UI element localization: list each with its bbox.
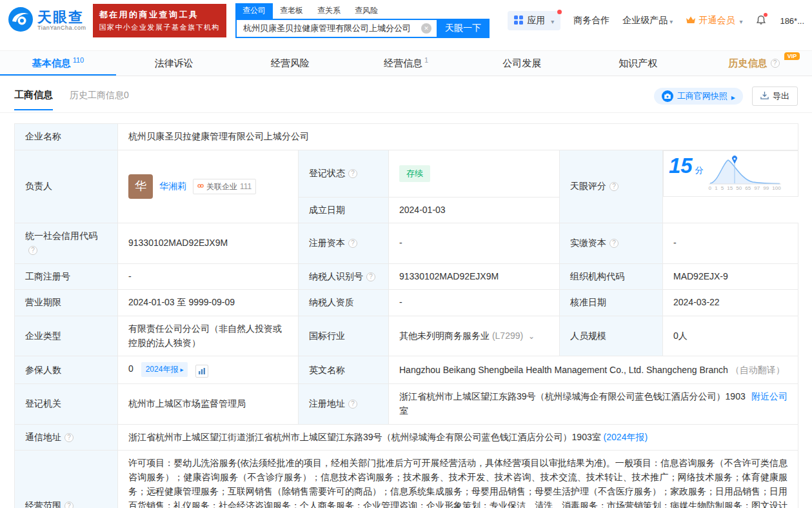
annual-report-link[interactable]: (2024年报) (604, 432, 648, 442)
nav-open-membership[interactable]: 开通会员 (686, 15, 742, 26)
nav-business-coop[interactable]: 商务合作 (573, 15, 609, 26)
reg-capital-label: 注册资本 (299, 223, 389, 263)
chart-icon[interactable] (195, 365, 208, 378)
help-icon[interactable] (366, 272, 375, 281)
mail-address-label: 通信地址 (15, 424, 118, 451)
avatar[interactable]: 华 (128, 174, 153, 199)
search-tab-boss[interactable]: 查老板 (273, 3, 310, 19)
tab-history-label: 历史信息 (729, 57, 767, 70)
staff-size-value: 0人 (663, 316, 798, 356)
tab-operating-count: 1 (424, 56, 428, 64)
notification-dot (557, 10, 562, 14)
status-badge: 存续 (399, 165, 430, 182)
export-label: 导出 (773, 90, 789, 102)
reg-address-value: 附近公司 浙江省杭州市上城区望江东路39号（杭州绿城海企有限公司蓝色钱江酒店分公… (389, 384, 798, 424)
brand-name: 天眼查 (37, 10, 86, 25)
apps-label: 应用 (527, 15, 545, 26)
export-icon (760, 91, 769, 101)
subtab-history-business-info[interactable]: 历史工商信息0 (70, 90, 129, 110)
search-input-wrap (235, 19, 437, 38)
crown-icon (686, 15, 696, 26)
auto-translate-note: （自动翻译） (731, 365, 785, 375)
approval-date-label: 核准日期 (560, 290, 663, 316)
table-row: 通信地址 浙江省杭州市上城区望江街道浙江省杭州市上城区望江东路39号（杭州绿城海… (15, 424, 798, 451)
reg-number-value: - (118, 263, 299, 290)
chevron-down-icon[interactable] (526, 330, 535, 341)
taxpayer-quality-label: 纳税人资质 (299, 290, 389, 316)
legal-rep-link[interactable]: 华湘莉 (159, 179, 186, 194)
brand-logo[interactable]: 天眼查 TianYanCha.com (8, 6, 86, 35)
annual-report-badge[interactable]: 2024年报 (141, 362, 188, 377)
help-icon[interactable] (609, 182, 619, 191)
help-icon[interactable] (28, 246, 37, 255)
table-row: 经营范围 许可项目：婴幼儿洗浴服务(依法须经批准的项目，经相关部门批准后方可开展… (15, 451, 798, 508)
account-phone[interactable]: 186*... (780, 16, 804, 26)
chevron-down-icon (737, 15, 742, 26)
org-code-value: MAD92EJX-9 (663, 263, 798, 290)
official-snapshot-button[interactable]: 工商官网快照 (654, 88, 743, 105)
tab-operating-risk[interactable]: 经营风险 (232, 51, 348, 76)
search-input[interactable] (235, 19, 437, 38)
search-tab-relation[interactable]: 查关系 (310, 3, 348, 19)
industry-value: 其他未列明商务服务业 (L7299) (389, 316, 560, 356)
membership-label: 开通会员 (698, 15, 735, 26)
help-icon[interactable] (771, 59, 780, 68)
tianyancha-logo-icon (8, 6, 34, 35)
notification-dot (764, 13, 767, 17)
help-icon[interactable] (348, 169, 357, 178)
tab-history-info[interactable]: 历史信息 VIP (696, 51, 812, 76)
insured-count-value: 0 2024年报 (118, 356, 299, 384)
reg-status-label: 登记状态 (299, 150, 389, 197)
apps-menu[interactable]: 应用 (508, 11, 560, 30)
score-unit: 分 (695, 165, 704, 175)
tab-intellectual-property[interactable]: 知识产权 (580, 51, 696, 76)
tab-basic-info-label: 基本信息 (32, 57, 71, 70)
taxpayer-id-label: 纳税人识别号 (299, 263, 389, 290)
tick: 1 (715, 185, 717, 192)
tab-development-label: 公司发展 (502, 57, 541, 70)
tab-company-development[interactable]: 公司发展 (464, 51, 580, 76)
brand-text: 天眼查 TianYanCha.com (37, 10, 86, 32)
help-icon[interactable] (348, 239, 357, 248)
search-tabs: 查公司 查老板 查关系 查风险 (235, 3, 490, 19)
related-companies-badge[interactable]: 关联企业 111 (193, 179, 256, 195)
page: 天眼查 TianYanCha.com 都在用的商业查询工具 国家中小企业发展子基… (0, 0, 812, 508)
detail-tabs: 基本信息 110 法律诉讼 经营风险 经营信息 1 公司发展 知识产权 历史信息… (0, 50, 812, 76)
nearby-companies-link[interactable]: 附近公司 (751, 390, 787, 404)
reg-capital-label-text: 注册资本 (309, 238, 345, 248)
paid-capital-label-text: 实缴资本 (570, 238, 606, 248)
tick: 5 (721, 185, 724, 192)
tick: 97 (754, 185, 760, 192)
company-type-value: 有限责任公司分公司（非自然人投资或控股的法人独资） (118, 316, 299, 356)
search-tab-company[interactable]: 查公司 (235, 3, 273, 19)
tick: 15 (727, 185, 733, 192)
search-button[interactable]: 天眼一下 (437, 19, 490, 38)
tab-basic-info[interactable]: 基本信息 110 (0, 51, 116, 76)
credit-code-label: 统一社会信用代码 (15, 223, 118, 263)
related-companies-count: 111 (240, 181, 252, 193)
tab-operating-info[interactable]: 经营信息 1 (348, 51, 464, 76)
subtab-business-info[interactable]: 工商信息 (14, 89, 53, 110)
help-icon[interactable] (64, 502, 74, 508)
export-button[interactable]: 导出 (752, 86, 798, 106)
mail-address-label-text: 通信地址 (25, 432, 61, 442)
reg-status-label-text: 登记状态 (309, 168, 345, 178)
search-row: 天眼一下 (235, 19, 490, 38)
search-tab-risk[interactable]: 查风险 (348, 3, 385, 19)
clear-icon[interactable] (421, 23, 431, 34)
promo-banner: 都在用的商业查询工具 国家中小企业发展子基金旗下机构 (93, 4, 227, 37)
chevron-down-icon (549, 15, 554, 26)
help-icon[interactable] (609, 239, 619, 248)
help-icon[interactable] (348, 400, 357, 409)
nav-enterprise-product[interactable]: 企业级产品 (622, 15, 673, 26)
paid-capital-value: - (663, 223, 798, 263)
tab-ip-label: 知识产权 (619, 57, 657, 70)
taxpayer-id-value: 91330102MAD92EJX9M (389, 263, 560, 290)
taxpayer-quality-value: - (389, 290, 560, 316)
notifications-bell[interactable] (755, 14, 767, 28)
tab-legal-proceedings[interactable]: 法律诉讼 (116, 51, 232, 76)
help-icon[interactable] (64, 433, 74, 442)
industry-label: 国标行业 (299, 316, 389, 356)
business-scope-label: 经营范围 (15, 451, 118, 508)
industry-name: 其他未列明商务服务业 (399, 330, 490, 341)
